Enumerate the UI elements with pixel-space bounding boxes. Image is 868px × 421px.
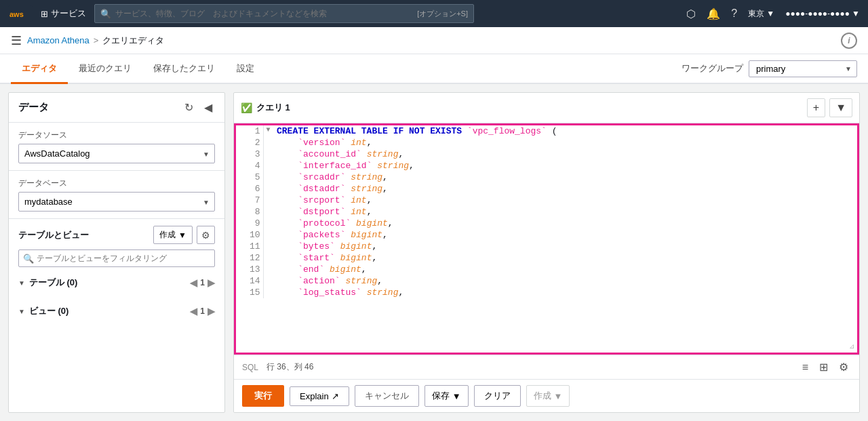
- hamburger-menu[interactable]: ☰: [11, 33, 22, 48]
- fold-icon: [263, 148, 274, 160]
- search-icon: 🔍: [100, 9, 111, 19]
- prev-page-arrow[interactable]: ◀: [190, 306, 197, 317]
- table-view-button[interactable]: ⊞: [816, 359, 831, 375]
- run-button[interactable]: 実行: [242, 385, 284, 407]
- status-bar: SQL 行 36、列 46 ≡ ⊞ ⚙: [234, 355, 859, 380]
- services-menu[interactable]: ⊞ サービス: [41, 7, 86, 20]
- fold-icon: [263, 160, 274, 172]
- nav-right: ⬡ 🔔 ? 東京 ▼ ●●●●-●●●●-●●●● ▼: [686, 7, 860, 20]
- line-number: 11: [236, 241, 263, 252]
- fold-icon: [263, 206, 274, 218]
- triangle-icon: ▼: [18, 308, 25, 315]
- region-selector[interactable]: 東京 ▼: [748, 8, 774, 20]
- cancel-button[interactable]: キャンセル: [355, 385, 419, 407]
- format-button[interactable]: ≡: [800, 359, 811, 375]
- table-row: 13 `end` bigint,: [236, 264, 857, 275]
- fold-icon[interactable]: ▼: [263, 125, 274, 137]
- code-line: `interface_id` string,: [274, 160, 857, 172]
- tab-editor[interactable]: エディタ: [11, 54, 68, 84]
- code-line: `packets` bigint,: [274, 229, 857, 241]
- database-label: データベース: [18, 178, 215, 189]
- table-row: 9 `protocol` bigint,: [236, 218, 857, 229]
- main-content: エディタ 最近のクエリ 保存したクエリ 設定 ワークグループ primary デ…: [0, 54, 868, 421]
- workgroup-select-wrapper: primary: [749, 60, 857, 77]
- prev-page-arrow[interactable]: ◀: [190, 277, 197, 288]
- search-shortcut: [オプション+S]: [417, 9, 468, 19]
- bell-icon[interactable]: 🔔: [707, 7, 720, 20]
- table-row: 12 `start` bigint,: [236, 252, 857, 264]
- global-search[interactable]: 🔍 [オプション+S]: [94, 4, 474, 23]
- settings-button[interactable]: ⚙: [836, 359, 851, 375]
- save-button[interactable]: 保存 ▼: [425, 385, 469, 407]
- line-number: 3: [236, 148, 263, 160]
- datasource-section: データソース AwsDataCatalog: [9, 123, 224, 171]
- views-accordion-header[interactable]: ▼ ビュー (0) ◀ 1 ▶: [18, 302, 215, 320]
- add-query-button[interactable]: +: [807, 98, 825, 117]
- fold-icon: [263, 252, 274, 264]
- aws-logo[interactable]: aws: [8, 5, 33, 22]
- datasource-select[interactable]: AwsDataCatalog: [18, 144, 215, 163]
- tab-recent[interactable]: 最近のクエリ: [68, 54, 142, 84]
- query-tab-label: クエリ 1: [256, 102, 290, 114]
- tab-saved[interactable]: 保存したクエリ: [142, 54, 226, 84]
- database-select[interactable]: mydatabase: [18, 192, 215, 212]
- chevron-down-icon: ▼: [554, 391, 563, 401]
- info-icon[interactable]: i: [841, 33, 857, 49]
- fold-icon: [263, 229, 274, 241]
- chevron-down-icon: ▼: [852, 9, 860, 18]
- line-number: 10: [236, 229, 263, 241]
- search-input[interactable]: [115, 9, 413, 18]
- tables-pagination: ◀ 1 ▶: [190, 277, 215, 288]
- tab-settings[interactable]: 設定: [226, 54, 265, 84]
- collapse-button[interactable]: ◀: [201, 100, 215, 115]
- external-link-icon: ↗: [332, 391, 339, 401]
- tables-section: テーブルとビュー 作成 ▼ ⚙ 🔍 ▼: [9, 219, 224, 412]
- help-icon[interactable]: ?: [731, 7, 737, 20]
- fold-icon: [263, 137, 274, 148]
- code-table: 1▼CREATE EXTERNAL TABLE IF NOT EXISTS `v…: [236, 125, 857, 298]
- workgroup-select[interactable]: primary: [749, 60, 857, 77]
- tables-title: テーブルとビュー: [18, 229, 89, 241]
- query-tab: ✅ クエリ 1: [241, 102, 290, 114]
- code-line: `start` bigint,: [274, 252, 857, 264]
- views-pagination: ◀ 1 ▶: [190, 306, 215, 317]
- create-button[interactable]: 作成 ▼: [153, 226, 193, 244]
- create-query-button[interactable]: 作成 ▼: [526, 385, 570, 407]
- clear-button[interactable]: クリア: [474, 385, 521, 407]
- query-tab-actions: + ▼: [807, 98, 852, 117]
- filter-input[interactable]: [18, 249, 215, 267]
- next-page-arrow[interactable]: ▶: [208, 277, 215, 288]
- line-number: 14: [236, 275, 263, 287]
- database-select-wrapper: mydatabase: [18, 192, 215, 212]
- breadcrumb-parent[interactable]: Amazon Athena: [27, 35, 90, 45]
- line-number: 13: [236, 264, 263, 275]
- code-line: `srcaddr` string,: [274, 172, 857, 183]
- tabs-bar: エディタ 最近のクエリ 保存したクエリ 設定 ワークグループ primary: [0, 54, 868, 84]
- code-line: `srcport` int,: [274, 195, 857, 206]
- tables-accordion-header[interactable]: ▼ テーブル (0) ◀ 1 ▶: [18, 274, 215, 292]
- tables-accordion: ▼ テーブル (0) ◀ 1 ▶: [18, 274, 215, 292]
- views-accordion: ▼ ビュー (0) ◀ 1 ▶: [18, 302, 215, 320]
- table-row: 14 `action` string,: [236, 275, 857, 287]
- query-tab-bar: ✅ クエリ 1 + ▼: [234, 93, 859, 123]
- terminal-icon[interactable]: ⬡: [686, 7, 696, 20]
- left-panel-actions: ↻ ◀: [182, 100, 215, 115]
- breadcrumb-separator: >: [94, 35, 99, 45]
- fold-icon: [263, 172, 274, 183]
- next-page-arrow[interactable]: ▶: [208, 306, 215, 317]
- code-editor[interactable]: 1▼CREATE EXTERNAL TABLE IF NOT EXISTS `v…: [234, 123, 859, 355]
- resize-handle[interactable]: ⊿: [849, 342, 854, 350]
- code-line: `dstport` int,: [274, 206, 857, 218]
- tables-header: テーブルとビュー 作成 ▼ ⚙: [18, 226, 215, 244]
- check-circle-icon: ✅: [241, 102, 252, 113]
- more-options-button[interactable]: ▼: [829, 98, 852, 117]
- breadcrumb: Amazon Athena > クエリエディタ: [27, 35, 164, 47]
- table-row: 11 `bytes` bigint,: [236, 241, 857, 252]
- table-row: 7 `srcport` int,: [236, 195, 857, 206]
- code-line: `account_id` string,: [274, 148, 857, 160]
- gear-button[interactable]: ⚙: [197, 226, 215, 244]
- account-menu[interactable]: ●●●●-●●●●-●●●● ▼: [785, 9, 860, 18]
- refresh-button[interactable]: ↻: [182, 100, 196, 115]
- line-number: 1: [236, 125, 263, 137]
- explain-button[interactable]: Explain ↗: [290, 386, 349, 406]
